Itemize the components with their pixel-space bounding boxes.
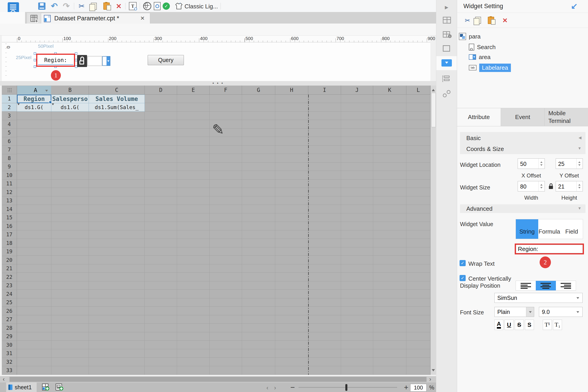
- spinner-arrows[interactable]: [577, 181, 583, 191]
- row-header-6[interactable]: 6: [2, 137, 17, 146]
- row-header-30[interactable]: 30: [2, 341, 17, 350]
- widget-value-type-field[interactable]: Field: [561, 219, 583, 239]
- tab-attribute[interactable]: Attribute: [457, 108, 501, 126]
- page-preview-button[interactable]: [153, 2, 161, 10]
- scroll-left-icon[interactable]: ‹: [3, 376, 5, 383]
- horizontal-scrollbar[interactable]: ‹ ›: [0, 376, 436, 382]
- column-header-I[interactable]: I: [308, 86, 341, 94]
- cut-button[interactable]: ✂: [77, 2, 86, 10]
- row-header-32[interactable]: 32: [2, 358, 17, 366]
- row-header-16[interactable]: 16: [2, 222, 17, 231]
- row-header-19[interactable]: 19: [2, 248, 17, 256]
- spinner-arrows[interactable]: [577, 159, 583, 168]
- font-color-button[interactable]: A: [494, 320, 503, 330]
- scroll-down-icon[interactable]: [432, 369, 435, 373]
- select-all-corner[interactable]: [2, 86, 17, 94]
- widget-value-type-formula[interactable]: Formula: [538, 219, 561, 239]
- row-header-3[interactable]: 3: [2, 112, 17, 120]
- selection-handle[interactable]: [34, 52, 36, 55]
- zoom-slider-track[interactable]: [298, 387, 397, 388]
- horizontal-scroll-track[interactable]: [9, 377, 427, 382]
- spinner-arrows[interactable]: [539, 181, 545, 191]
- x-offset-spinner[interactable]: 50: [518, 158, 545, 169]
- zoom-value-box[interactable]: 100: [410, 384, 427, 392]
- template-theme-button[interactable]: [175, 2, 183, 10]
- zoom-slider-thumb[interactable]: [345, 384, 347, 391]
- align-center-button[interactable]: [536, 281, 556, 290]
- strikethrough-button[interactable]: S: [515, 320, 524, 330]
- coords-expand-icon[interactable]: ▼: [578, 146, 582, 151]
- row-header-28[interactable]: 28: [2, 324, 17, 332]
- wrap-text-checkbox[interactable]: ✓: [460, 260, 466, 266]
- row-header-2[interactable]: 2: [2, 103, 17, 112]
- vertical-scrollbar[interactable]: [430, 86, 436, 375]
- grid-cell-A2[interactable]: ds1.G(: [17, 103, 51, 112]
- row-header-10[interactable]: 10: [2, 171, 17, 180]
- tab-event[interactable]: Event: [501, 108, 545, 126]
- cell-attribute-icon[interactable]: [443, 17, 451, 24]
- zoom-in-button[interactable]: +: [404, 383, 408, 392]
- lock-widget-button[interactable]: [77, 55, 87, 67]
- widget-settings-strip-item[interactable]: [436, 56, 457, 70]
- aspect-lock-icon[interactable]: [548, 183, 554, 190]
- search-format-button[interactable]: T: [128, 2, 137, 10]
- section-basic[interactable]: Basic: [466, 135, 481, 142]
- floating-element-icon[interactable]: [443, 45, 450, 52]
- height-spinner[interactable]: 21: [556, 181, 583, 192]
- row-header-1[interactable]: 1: [2, 94, 17, 103]
- undo-button[interactable]: ↶: [50, 2, 58, 10]
- tree-paste-button[interactable]: [488, 17, 494, 24]
- basic-collapse-icon[interactable]: ◀: [579, 135, 582, 140]
- hyperlink-icon[interactable]: [443, 90, 451, 97]
- row-header-24[interactable]: 24: [2, 290, 17, 298]
- row-header-33[interactable]: 33: [2, 366, 17, 375]
- tree-item-search[interactable]: Search: [469, 42, 496, 52]
- center-vertically-checkbox[interactable]: ✓: [460, 275, 466, 281]
- row-header-7[interactable]: 7: [2, 146, 17, 154]
- underline-button[interactable]: U: [505, 320, 514, 330]
- selection-handle[interactable]: [34, 59, 36, 61]
- pane-splitter[interactable]: • • •: [0, 81, 436, 86]
- align-left-button[interactable]: [516, 281, 536, 290]
- row-header-12[interactable]: 12: [2, 188, 17, 197]
- row-header-8[interactable]: 8: [2, 154, 17, 163]
- redo-button[interactable]: ↷: [62, 2, 70, 10]
- sheet-tab-sheet1[interactable]: sheet1: [6, 382, 37, 392]
- row-header-17[interactable]: 17: [2, 230, 17, 239]
- row-header-9[interactable]: 9: [2, 162, 17, 171]
- row-header-22[interactable]: 22: [2, 273, 17, 282]
- new-template-button[interactable]: [27, 13, 41, 24]
- width-spinner[interactable]: 80: [518, 181, 545, 192]
- column-header-C[interactable]: C: [89, 86, 145, 94]
- tree-item-area[interactable]: area: [469, 52, 491, 62]
- parameter-combo-widget[interactable]: [102, 56, 110, 66]
- row-header-27[interactable]: 27: [2, 315, 17, 324]
- shadow-button[interactable]: S: [525, 320, 534, 330]
- column-header-D[interactable]: D: [145, 86, 177, 94]
- tree-delete-button[interactable]: ✕: [501, 16, 510, 25]
- grid-cell-B1[interactable]: Salesperso: [51, 94, 89, 103]
- tree-cut-button[interactable]: ✂: [463, 16, 472, 25]
- row-header-23[interactable]: 23: [2, 281, 17, 290]
- row-header-25[interactable]: 25: [2, 298, 17, 307]
- row-header-21[interactable]: 21: [2, 264, 17, 273]
- validate-button[interactable]: ✓: [162, 2, 171, 10]
- tree-item-labelarea[interactable]: labLabelarea: [469, 63, 511, 72]
- selection-handle[interactable]: [75, 52, 77, 55]
- font-family-select[interactable]: SimSun: [494, 293, 583, 303]
- widget-value-input[interactable]: Region:: [516, 245, 583, 253]
- column-header-G[interactable]: G: [242, 86, 275, 94]
- font-style-select[interactable]: Plain: [494, 307, 534, 317]
- query-button[interactable]: Query: [148, 55, 184, 65]
- column-header-J[interactable]: J: [341, 86, 373, 94]
- row-header-18[interactable]: 18: [2, 239, 17, 248]
- row-header-5[interactable]: 5: [2, 128, 17, 137]
- selection-handle[interactable]: [34, 66, 36, 68]
- scroll-up-icon[interactable]: [432, 87, 435, 91]
- column-header-H[interactable]: H: [275, 86, 308, 94]
- tree-item-para[interactable]: para: [459, 32, 481, 41]
- section-advanced[interactable]: Advanced: [466, 205, 493, 212]
- grid-cell-A1[interactable]: Region: [17, 94, 51, 103]
- row-header-29[interactable]: 29: [2, 332, 17, 341]
- region-label-widget[interactable]: Region:: [36, 54, 75, 67]
